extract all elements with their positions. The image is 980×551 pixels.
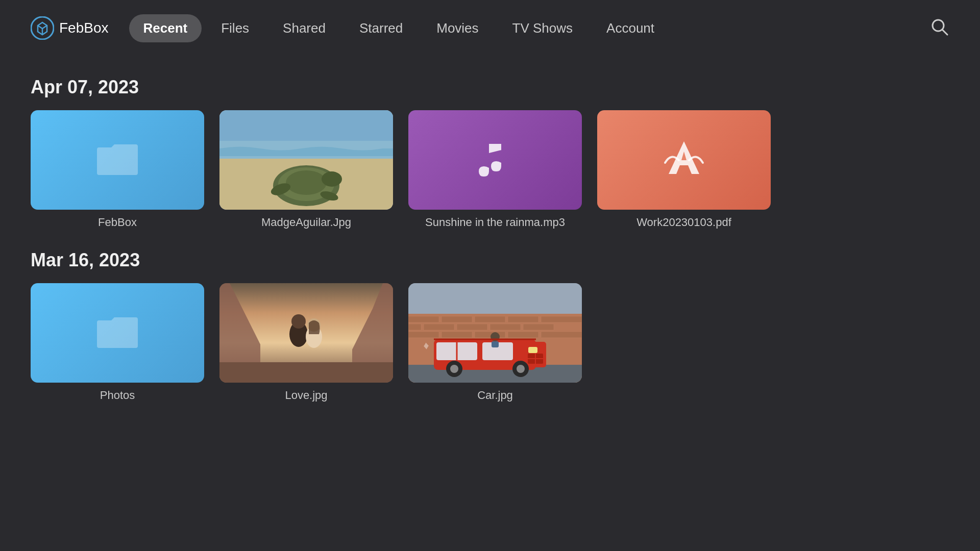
svg-point-49 [517, 365, 525, 373]
svg-point-11 [322, 171, 342, 187]
svg-rect-28 [424, 324, 454, 330]
svg-rect-23 [408, 316, 439, 322]
svg-rect-29 [457, 324, 487, 330]
header: FebBox Recent Files Shared Starred Movie… [0, 0, 980, 56]
file-work-pdf[interactable]: Work20230103.pdf [597, 110, 771, 229]
svg-point-47 [450, 365, 458, 373]
file-photos-folder[interactable]: Photos [31, 283, 204, 402]
svg-rect-36 [508, 332, 538, 338]
main-nav: Recent Files Shared Starred Movies TV Sh… [129, 14, 930, 42]
files-grid-mar: Photos [31, 283, 949, 402]
svg-text:♦: ♦ [423, 339, 429, 352]
svg-rect-37 [541, 332, 582, 338]
file-febbox-folder[interactable]: FebBox [31, 110, 204, 229]
main-content: Apr 07, 2023 FebBox [0, 56, 980, 443]
sunshine-mp3-label: Sunshine in the rainma.mp3 [425, 216, 565, 229]
febbox-folder-thumb [31, 110, 204, 210]
svg-rect-25 [475, 316, 505, 322]
app-name: FebBox [59, 20, 109, 36]
madge-aguilar-label: MadgeAguilar.Jpg [261, 216, 351, 229]
nav-item-files[interactable]: Files [207, 14, 263, 42]
file-sunshine-mp3[interactable]: Sunshine in the rainma.mp3 [408, 110, 582, 229]
folder-icon-2 [97, 316, 138, 349]
svg-rect-27 [541, 316, 582, 322]
febbox-folder-label: FebBox [98, 216, 137, 229]
svg-point-17 [291, 314, 306, 329]
photos-folder-thumb [31, 283, 204, 383]
car-photo-thumb: ♦ [408, 283, 582, 383]
folder-icon [97, 143, 138, 177]
car-jpg-label: Car.jpg [477, 389, 513, 402]
music-thumb [408, 110, 582, 210]
svg-rect-33 [408, 332, 439, 338]
logo-icon [31, 16, 54, 40]
files-grid-apr: FebBox [31, 110, 949, 229]
svg-rect-32 [408, 324, 421, 330]
love-jpg-label: Love.jpg [285, 389, 327, 402]
pdf-thumb [597, 110, 771, 210]
nav-item-movies[interactable]: Movies [422, 14, 493, 42]
svg-rect-30 [490, 324, 521, 330]
work-pdf-label: Work20230103.pdf [636, 216, 731, 229]
svg-rect-24 [442, 316, 472, 322]
section-apr-2023: Apr 07, 2023 FebBox [31, 77, 949, 229]
svg-point-10 [286, 170, 327, 195]
svg-line-3 [942, 30, 947, 35]
file-car-jpg[interactable]: ♦ [408, 283, 582, 402]
svg-rect-45 [528, 347, 537, 353]
file-love-jpg[interactable]: Love.jpg [219, 283, 393, 402]
nav-item-shared[interactable]: Shared [268, 14, 340, 42]
nav-item-starred[interactable]: Starred [345, 14, 417, 42]
nav-item-tv-shows[interactable]: TV Shows [498, 14, 587, 42]
date-apr-2023: Apr 07, 2023 [31, 77, 949, 98]
svg-rect-51 [492, 341, 499, 347]
love-photo-thumb [219, 283, 393, 383]
date-mar-2023: Mar 16, 2023 [31, 249, 949, 271]
photos-folder-label: Photos [100, 389, 135, 402]
svg-rect-34 [442, 332, 472, 338]
file-madge-aguilar[interactable]: MadgeAguilar.Jpg [219, 110, 393, 229]
svg-rect-15 [219, 362, 393, 383]
svg-rect-31 [523, 324, 554, 330]
turtle-photo-thumb [219, 110, 393, 210]
nav-item-recent[interactable]: Recent [129, 14, 202, 42]
music-icon [470, 135, 521, 186]
nav-item-account[interactable]: Account [592, 14, 669, 42]
logo[interactable]: FebBox [31, 16, 109, 40]
svg-rect-35 [475, 332, 505, 338]
section-mar-2023: Mar 16, 2023 Photos [31, 249, 949, 402]
search-button[interactable] [930, 17, 949, 39]
svg-rect-26 [508, 316, 538, 322]
pdf-icon [661, 137, 707, 183]
